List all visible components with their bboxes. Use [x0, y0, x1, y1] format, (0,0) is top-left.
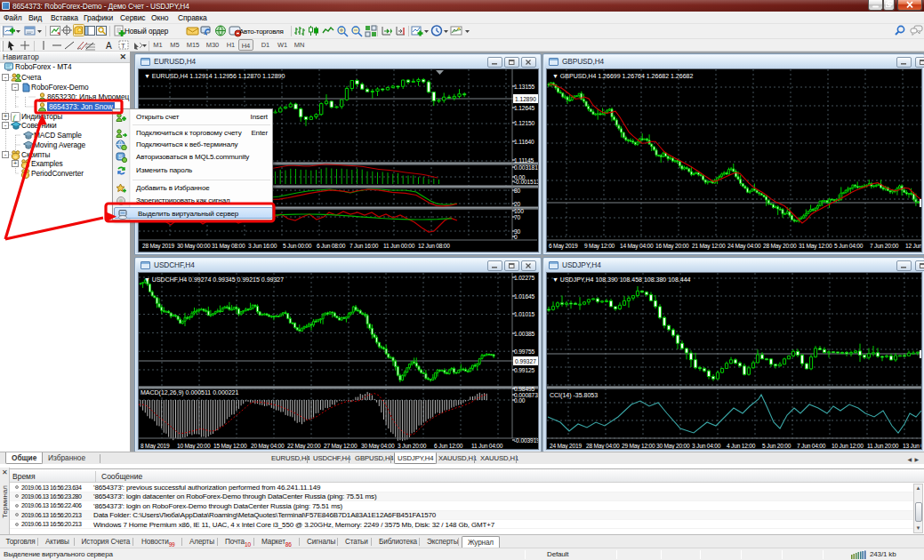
svg-text:6 Jun 08:00: 6 Jun 08:00 [317, 243, 346, 249]
svg-text:9 May 12:00: 9 May 12:00 [584, 243, 615, 250]
svg-text:0.99327: 0.99327 [515, 358, 536, 364]
svg-text:1.01015: 1.01015 [514, 311, 535, 317]
svg-text:30 May 04:00: 30 May 04:00 [361, 443, 395, 450]
svg-text:6 May 2019: 6 May 2019 [549, 243, 578, 250]
svg-text:0.003181: 0.003181 [514, 164, 538, 171]
svg-text:22 May 20:00: 22 May 20:00 [287, 443, 321, 450]
svg-text:14 May 04:00: 14 May 04:00 [620, 243, 654, 250]
svg-text:16 May 20:00: 16 May 20:00 [655, 243, 689, 250]
svg-text:3 Jun 04:00: 3 Jun 04:00 [692, 443, 721, 449]
svg-text:▼ EURUSD,H4 1.12914 1.12956 1.: ▼ EURUSD,H4 1.12914 1.12956 1.12870 1.12… [144, 73, 285, 79]
svg-text:7 Jun 04:00: 7 Jun 04:00 [797, 443, 826, 449]
svg-text:11 Jun 20:00: 11 Jun 20:00 [867, 443, 899, 449]
svg-text:3 Jun 20:00: 3 Jun 20:00 [398, 443, 427, 449]
svg-text:0.98495: 0.98495 [514, 386, 535, 392]
svg-text:30 May 00:00: 30 May 00:00 [177, 243, 211, 250]
svg-text:7 Jun 16:00: 7 Jun 16:00 [350, 243, 379, 249]
svg-text:1.11145: 1.11145 [514, 157, 534, 164]
svg-text:▼ GBPUSD,H4 1.26699 1.26764 1.: ▼ GBPUSD,H4 1.26699 1.26764 1.26682 1.26… [552, 73, 693, 79]
svg-text:1.01645: 1.01645 [514, 293, 535, 300]
svg-text:1.12150: 1.12150 [514, 120, 535, 126]
svg-text:10 Jun 12:00: 10 Jun 12:00 [832, 443, 864, 449]
svg-text:0.00: 0.00 [514, 397, 526, 404]
svg-text:24 May 2019: 24 May 2019 [550, 443, 582, 450]
svg-text:30 May 20:00: 30 May 20:00 [656, 443, 690, 450]
svg-text:28 May 04:00: 28 May 04:00 [586, 443, 620, 450]
svg-text:4 Jun 12:00: 4 Jun 12:00 [727, 443, 756, 449]
svg-text:3 Jun 16:00: 3 Jun 16:00 [248, 243, 277, 249]
svg-text:31 May 12:00: 31 May 12:00 [799, 243, 832, 250]
svg-text:20: 20 [514, 201, 521, 207]
svg-text:20 May 04:00: 20 May 04:00 [251, 443, 285, 450]
svg-text:A: A [106, 41, 112, 51]
svg-text:-0.003919: -0.003919 [514, 437, 539, 444]
svg-text:1.02275: 1.02275 [514, 275, 535, 281]
svg-text:28 May 20:00: 28 May 20:00 [763, 243, 797, 250]
svg-text:1.12645: 1.12645 [514, 105, 535, 111]
svg-text:▼ USDCHF,H4 0.99274 0.99345 0.: ▼ USDCHF,H4 0.99274 0.99345 0.99215 0.99… [144, 276, 284, 283]
svg-text:12 Jun 12:: 12 Jun 12: [905, 243, 922, 249]
svg-text:MACD(12,26,9) 0.000511 0.00022: MACD(12,26,9) 0.000511 0.000221 [141, 389, 238, 396]
svg-text:80: 80 [514, 188, 521, 194]
svg-text:0.99125: 0.99125 [514, 367, 535, 373]
svg-text:28 May 2019: 28 May 2019 [142, 243, 174, 250]
svg-text:5 Jun 20:00: 5 Jun 20:00 [762, 443, 791, 449]
svg-text:5 Jun 04:00: 5 Jun 04:00 [834, 243, 864, 249]
svg-text:1.11640: 1.11640 [514, 139, 534, 145]
svg-text:6 Jun 12:00: 6 Jun 12:00 [434, 443, 463, 449]
svg-text:5 Jun 00:00: 5 Jun 00:00 [283, 243, 312, 249]
svg-text:-0.001513: -0.001513 [514, 179, 539, 185]
svg-text:24 May 04:00: 24 May 04:00 [727, 243, 761, 250]
svg-text:8 May 2019: 8 May 2019 [141, 443, 170, 450]
svg-text:15 May 12:00: 15 May 12:00 [213, 443, 247, 450]
svg-text:70: 70 [514, 214, 521, 220]
svg-text:12 Jun 08:00: 12 Jun 08:00 [418, 243, 450, 249]
svg-text:1.00385: 1.00385 [514, 331, 535, 337]
svg-text:▼ USDJPY,H4 108.390 108.458 10: ▼ USDJPY,H4 108.390 108.458 108.380 108.… [552, 276, 691, 283]
svg-text:31 May 08:00: 31 May 08:00 [212, 243, 245, 250]
svg-text:1.13155: 1.13155 [514, 84, 535, 90]
svg-text:0.99755: 0.99755 [514, 348, 535, 355]
svg-text:11 Jun 04:00: 11 Jun 04:00 [471, 443, 503, 449]
svg-text:29 May 12:00: 29 May 12:00 [622, 443, 655, 450]
svg-text:CCI(14) -35.8053: CCI(14) -35.8053 [550, 392, 598, 399]
svg-text:10 May 20:00: 10 May 20:00 [177, 443, 211, 450]
svg-text:27 May 12:00: 27 May 12:00 [324, 443, 358, 450]
svg-text:1.12890: 1.12890 [515, 96, 536, 102]
svg-text:100: 100 [514, 208, 524, 214]
svg-text:21 May 12:00: 21 May 12:00 [692, 243, 726, 250]
svg-text:13 Jun 04:: 13 Jun 04: [903, 443, 922, 449]
svg-text:7 Jun 20:00: 7 Jun 20:00 [870, 243, 899, 249]
svg-text:11 Jun 00:00: 11 Jun 00:00 [383, 243, 415, 249]
svg-text:T: T [121, 42, 125, 50]
